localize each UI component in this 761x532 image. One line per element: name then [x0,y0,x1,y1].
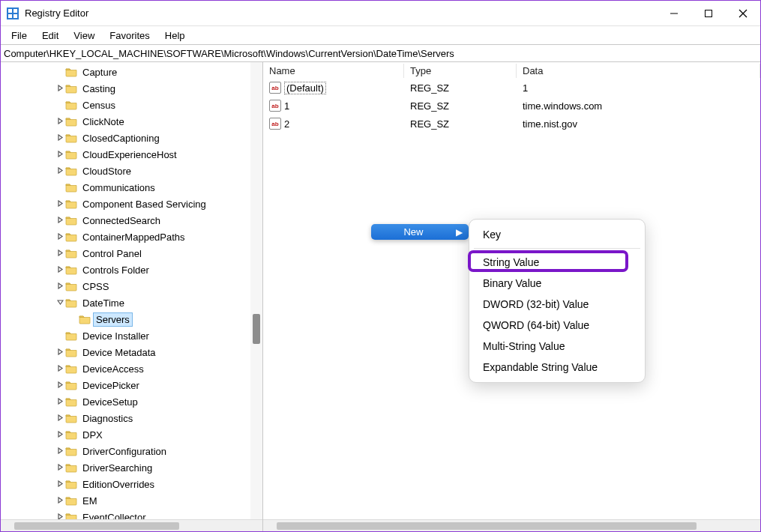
expand-icon[interactable] [55,133,65,143]
menu-item[interactable]: Key [469,224,645,245]
menu-edit[interactable]: Edit [34,28,66,43]
tree-item[interactable]: CloudStore [1,163,262,179]
tree-item[interactable]: Component Based Servicing [1,196,262,212]
expand-icon[interactable] [55,116,65,127]
maximize-button[interactable] [691,2,726,25]
tree-item[interactable]: EventCollector [1,509,262,519]
tree-item-label: DriverSearching [80,462,154,474]
folder-icon [65,248,77,259]
tree-item[interactable]: EditionOverrides [1,476,262,492]
expand-icon[interactable] [55,396,65,407]
address-text: Computer\HKEY_LOCAL_MACHINE\SOFTWARE\Mic… [4,48,454,59]
tree-item-label: DateTime [80,297,127,309]
tree-item[interactable]: ClosedCaptioning [1,130,262,146]
menu-item[interactable]: DWORD (32-bit) Value [469,294,645,315]
tree-item[interactable]: DeviceAccess [1,360,262,377]
expand-icon[interactable] [55,215,65,226]
tree-item[interactable]: Casting [1,80,262,97]
column-name[interactable]: Name [263,64,404,78]
expand-icon[interactable] [55,149,65,160]
tree-item[interactable]: ClickNote [1,113,262,130]
folder-icon [65,166,77,176]
cell-data: time.nist.gov [517,118,760,130]
expand-icon[interactable] [55,380,65,390]
folder-icon [65,215,77,226]
tree-item[interactable]: ContainerMappedPaths [1,229,262,245]
tree-item[interactable]: DPX [1,426,262,443]
tree-item[interactable]: CloudExperienceHost [1,146,262,163]
expand-icon[interactable] [55,429,65,440]
tree-item[interactable]: Diagnostics [1,410,262,426]
menu-item[interactable]: Multi-String Value [469,336,645,357]
column-type[interactable]: Type [404,64,517,78]
expand-icon[interactable] [55,495,65,506]
tree-item[interactable]: DriverSearching [1,459,262,476]
registry-tree[interactable]: Capture Casting Census ClickNote ClosedC… [1,62,262,519]
expand-icon[interactable] [55,479,65,489]
expand-icon[interactable] [55,446,65,456]
tree-item[interactable]: ConnectedSearch [1,212,262,229]
expand-icon[interactable] [55,281,65,291]
tree-item-label: CPSS [80,280,111,293]
tree-vertical-scrollbar[interactable] [250,62,262,519]
tree-item[interactable]: EM [1,492,262,509]
list-row[interactable]: ab1REG_SZtime.windows.com [263,97,760,115]
tree-item[interactable]: Control Panel [1,245,262,262]
tree-item[interactable]: Device Installer [1,327,262,344]
tree-item[interactable]: Communications [1,179,262,196]
list-header[interactable]: Name Type Data [263,62,760,79]
tree-item-label: EventCollector [80,511,148,520]
menu-item[interactable]: Binary Value [469,273,645,294]
folder-icon [65,182,77,193]
expand-icon[interactable] [55,199,65,209]
close-button[interactable] [726,2,760,25]
tree-horizontal-scrollbar[interactable] [1,519,262,531]
tree-item[interactable]: Capture [1,64,262,80]
tree-item[interactable]: DeviceSetup [1,393,262,410]
list-horizontal-scrollbar[interactable] [263,519,760,531]
folder-icon [65,330,77,341]
context-submenu-new[interactable]: KeyString ValueBinary ValueDWORD (32-bit… [469,219,646,383]
tree-item-label: ContainerMappedPaths [80,231,187,244]
menu-item[interactable]: String Value [469,252,645,273]
list-body[interactable]: ab(Default)REG_SZ1ab1REG_SZtime.windows.… [263,79,760,133]
folder-icon [65,133,77,143]
list-row[interactable]: ab(Default)REG_SZ1 [263,79,760,97]
tree-item[interactable]: Controls Folder [1,262,262,278]
menu-item[interactable]: QWORD (64-bit) Value [469,315,645,336]
tree-item[interactable]: DriverConfiguration [1,443,262,459]
expand-icon[interactable] [55,166,65,176]
expand-icon[interactable] [55,363,65,374]
menu-item[interactable]: Expandable String Value [469,357,645,378]
expand-icon[interactable] [55,462,65,473]
expand-icon[interactable] [55,347,65,357]
folder-icon [65,429,77,440]
tree-item[interactable]: DateTime [1,294,262,311]
tree-item-label: Casting [80,82,118,95]
menu-view[interactable]: View [66,28,102,43]
expand-icon[interactable] [55,413,65,423]
folder-icon [65,265,77,275]
folder-icon [65,396,77,407]
string-value-icon: ab [269,118,281,130]
expand-icon[interactable] [55,83,65,94]
tree-item[interactable]: CPSS [1,278,262,294]
tree-item[interactable]: Servers [1,311,262,327]
minimize-button[interactable] [657,2,691,25]
menu-file[interactable]: File [4,28,34,43]
menu-favorites[interactable]: Favorites [102,28,157,43]
tree-item[interactable]: Device Metadata [1,344,262,360]
tree-item[interactable]: Census [1,97,262,113]
tree-item[interactable]: DevicePicker [1,377,262,393]
window-title: Registry Editor [25,7,88,19]
expand-icon[interactable] [55,512,65,519]
expand-icon[interactable] [55,232,65,242]
list-row[interactable]: ab2REG_SZtime.nist.gov [263,115,760,133]
context-menu-new[interactable]: New ▶ [371,224,469,240]
expand-icon[interactable] [55,248,65,259]
menu-help[interactable]: Help [157,28,193,43]
column-data[interactable]: Data [517,64,760,78]
address-bar[interactable]: Computer\HKEY_LOCAL_MACHINE\SOFTWARE\Mic… [1,44,760,62]
expand-icon[interactable] [55,265,65,275]
expand-icon[interactable] [55,297,65,308]
